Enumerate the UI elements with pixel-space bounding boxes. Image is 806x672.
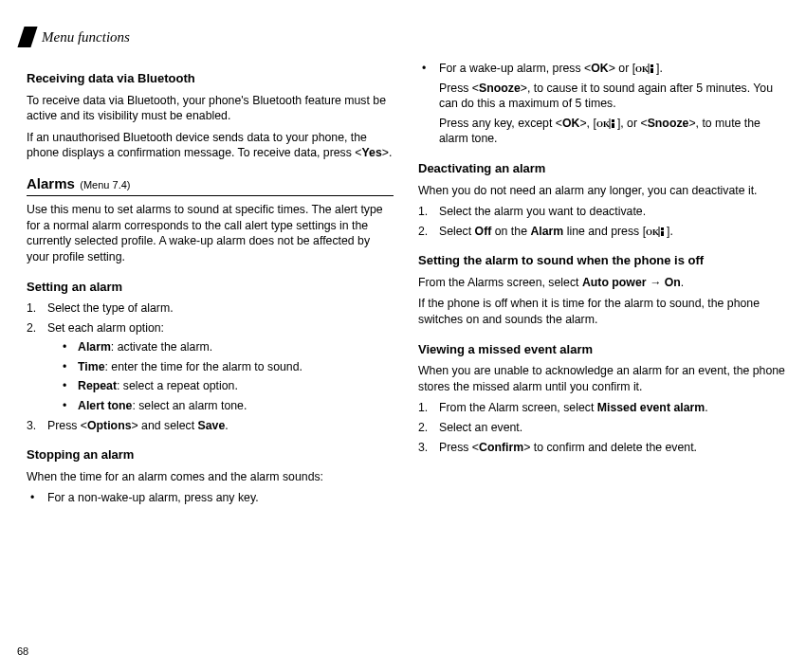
paragraph: When you are unable to acknowledge an al… [418, 363, 785, 394]
section-heading: Viewing a missed event alarm [418, 341, 785, 358]
step-number: 3. [418, 440, 428, 456]
section-heading: Deactivating an alarm [418, 160, 785, 177]
text: > or [ [609, 62, 635, 75]
unordered-list: For a non-wake-up alarm, press any key. [27, 490, 394, 506]
step-number: 2. [418, 420, 428, 436]
text: : activate the alarm. [111, 340, 212, 354]
text: line and press [ [563, 225, 646, 238]
list-item: For a wake-up alarm, press <OK> or [OK].… [418, 61, 785, 147]
ok-i-key-icon: OK [596, 118, 617, 129]
softkey-label: OK [562, 117, 579, 130]
svg-text:OK: OK [646, 227, 659, 237]
ordered-list: 1.From the Alarm screen, select Missed e… [418, 400, 785, 455]
step-number: 3. [27, 418, 36, 434]
page-number: 68 [17, 645, 28, 659]
paragraph: Use this menu to set alarms to sound at … [27, 202, 394, 264]
text: on the [491, 225, 530, 238]
option-name: Time [78, 360, 104, 373]
step-number: 2. [27, 320, 36, 336]
command-label: Auto power [582, 276, 647, 289]
sub-paragraph: Press any key, except <OK>, [OK], or <Sn… [439, 116, 785, 147]
text: ]. [656, 62, 663, 75]
text: If an unauthorised Bluetooth device send… [27, 131, 367, 160]
section-heading: Receiving data via Bluetooth [27, 70, 394, 87]
unordered-list: For a wake-up alarm, press <OK> or [OK].… [418, 61, 785, 147]
text: Select an event. [439, 421, 522, 434]
list-item: Alert tone: select an alarm tone. [47, 398, 394, 414]
text: Press < [439, 82, 479, 95]
list-item: For a non-wake-up alarm, press any key. [27, 490, 394, 506]
text: Select [439, 225, 475, 238]
svg-text:OK: OK [596, 119, 610, 129]
paragraph: When the time for an alarm comes and the… [27, 469, 394, 485]
ordered-list: 1.Select the alarm you want to deactivat… [418, 204, 785, 239]
svg-rect-2 [650, 64, 653, 67]
svg-rect-11 [661, 231, 664, 236]
paragraph: To receive data via Bluetooth, your phon… [27, 93, 394, 124]
command-label: Save [198, 419, 226, 432]
softkey-label: Yes [362, 146, 382, 159]
text: From the Alarms screen, select [418, 276, 582, 289]
list-item: Repeat: select a repeat option. [47, 378, 394, 394]
svg-text:OK: OK [635, 64, 649, 74]
text: → [647, 276, 665, 289]
right-column: For a wake-up alarm, press <OK> or [OK].… [418, 57, 785, 510]
ordered-list: 1.Select the type of alarm. 2.Set each a… [27, 300, 394, 433]
svg-rect-3 [650, 68, 653, 73]
step-number: 1. [418, 204, 428, 220]
command-label: Alarm [530, 225, 563, 238]
list-item: 1.Select the alarm you want to deactivat… [418, 204, 785, 220]
ok-i-key-icon: OK [635, 64, 656, 74]
text: > and select [131, 419, 197, 432]
text: Set each alarm option: [47, 321, 164, 335]
list-item: 2.Select an event. [418, 420, 785, 436]
step-number: 1. [418, 400, 428, 416]
list-item: 1.Select the type of alarm. [27, 300, 394, 317]
svg-rect-7 [612, 123, 614, 128]
text: : select an alarm tone. [132, 399, 247, 412]
text: Press any key, except < [439, 117, 562, 130]
text: From the Alarm screen, select [439, 401, 597, 414]
text: Select the alarm you want to deactivate. [439, 205, 646, 218]
list-item: 2.Select Off on the Alarm line and press… [418, 224, 785, 240]
list-item: Time: enter the time for the alarm to so… [47, 359, 394, 375]
text: For a wake-up alarm, press < [439, 62, 591, 75]
svg-rect-6 [612, 119, 614, 122]
text: For a non-wake-up alarm, press any key. [47, 491, 259, 504]
command-label: Missed event alarm [597, 401, 705, 414]
text: : select a repeat option. [117, 379, 238, 392]
section-heading: Stopping an alarm [27, 446, 394, 463]
section-heading: Setting an alarm [27, 279, 394, 296]
softkey-label: OK [591, 62, 608, 75]
text: Press < [47, 419, 87, 432]
text: Press < [439, 441, 479, 454]
option-name: Alert tone [78, 399, 132, 412]
text: Select the type of alarm. [47, 301, 174, 315]
left-column: Receiving data via Bluetooth To receive … [27, 57, 394, 510]
ok-i-key-icon: OK [646, 227, 667, 237]
paragraph: If an unauthorised Bluetooth device send… [27, 130, 394, 161]
menu-name: Alarms [27, 175, 75, 191]
text: . [225, 419, 228, 432]
step-number: 2. [418, 224, 428, 240]
option-name: Repeat [78, 379, 117, 392]
softkey-label: Snooze [479, 82, 521, 95]
softkey-label: Snooze [648, 117, 689, 130]
list-item: 3.Press <Options> and select Save. [27, 418, 394, 434]
header-title: Menu functions [42, 27, 130, 46]
text: . [705, 401, 707, 414]
text: ], or < [617, 117, 648, 130]
step-number: 1. [27, 300, 36, 317]
menu-number: (Menu 7.4) [80, 179, 130, 191]
text: >, [ [579, 117, 595, 130]
paragraph: From the Alarms screen, select Auto powe… [418, 275, 785, 291]
section-heading: Setting the alarm to sound when the phon… [418, 252, 785, 269]
page: Menu functions Receiving data via Blueto… [0, 0, 806, 672]
page-header: Menu functions [27, 27, 785, 47]
menu-heading: Alarms (Menu 7.4) [27, 174, 394, 193]
svg-rect-10 [661, 227, 664, 230]
list-item: 3.Press <Confirm> to confirm and delete … [418, 440, 785, 456]
header-decoration [17, 27, 37, 47]
list-item: 1.From the Alarm screen, select Missed e… [418, 400, 785, 416]
content-columns: Receiving data via Bluetooth To receive … [27, 57, 785, 510]
